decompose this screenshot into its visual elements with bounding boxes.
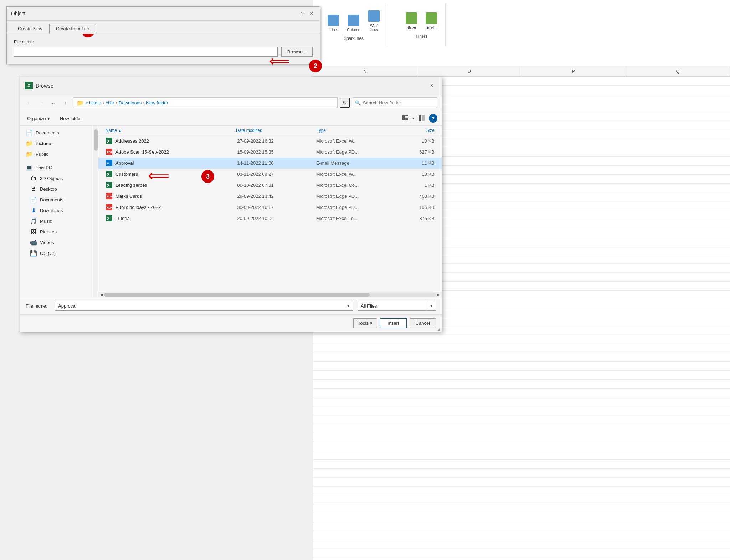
bottom-type-wrap: All Files ▾ [358,301,436,311]
tools-dropdown-icon: ▾ [370,320,372,326]
organize-button[interactable]: Organize ▾ [24,114,53,123]
tab-create-new[interactable]: Create New [11,24,49,34]
file-name-row: Browse... [14,47,313,57]
line-button[interactable]: Line [325,13,341,33]
file-name-text-approval: Approval [115,160,134,166]
col-header-name[interactable]: Name ▲ [103,126,233,135]
new-folder-button[interactable]: New folder [57,114,85,123]
sidebar-item-label-documents-2: Documents [40,197,63,202]
file-row-adobe[interactable]: PDF Adobe Scan 15-Sep-2022 15-09-2022 15… [98,147,442,158]
scroll-left-button[interactable]: ◀ [99,293,104,297]
nav-forward-button[interactable]: → [36,98,46,108]
sidebar-item-label-music: Music [40,219,52,224]
file-name-text-customers: Customers [115,171,138,177]
sidebar-item-music[interactable]: 🎵 Music [20,216,98,226]
tools-button[interactable]: Tools ▾ [353,318,377,328]
col-header-date[interactable]: Date modified [233,126,314,135]
file-name-input[interactable] [14,47,278,57]
svg-text:X: X [107,139,110,143]
approval-arrow: ⟸ [148,168,169,183]
pdf-icon-1: PDF [106,148,113,155]
help-button[interactable]: ? [298,10,306,17]
sidebar-item-pictures[interactable]: 📁 Pictures [20,138,98,149]
file-name-text-tutorial: Tutorial [115,216,131,221]
nav-path[interactable]: 📁 « Users › chitr › Downloads › New fold… [73,97,338,108]
resize-handle[interactable]: ◢ [437,327,442,332]
nav-up-button[interactable]: ↑ [61,98,71,108]
help-button-browse[interactable]: ? [429,114,437,123]
sidebar-item-label-this-pc: This PC [36,165,52,170]
col-p: P [521,66,626,76]
timeline-button[interactable]: Timel... [423,11,440,31]
sparklines-buttons: Line Column Win/Loss [325,9,382,33]
svg-rect-2 [402,118,405,120]
sidebar-item-public[interactable]: 📁 Public [20,149,98,159]
column-button[interactable]: Column [345,13,363,33]
winloss-button[interactable]: Win/Loss [366,9,382,33]
close-button[interactable]: × [308,10,315,17]
svg-rect-5 [419,115,421,121]
file-size-tutorial: 375 KB [395,216,435,221]
file-row-tutorial[interactable]: X Tutorial 20-09-2022 10:04 Microsoft Ex… [98,213,442,224]
sidebar-item-this-pc[interactable]: 💻 This PC [20,162,98,173]
sidebar-item-label-3d-objects: 3D Objects [40,176,63,181]
sidebar-item-3d-objects[interactable]: 🗂 3D Objects [20,173,98,184]
search-input[interactable] [363,100,434,106]
nav-path-part-1[interactable]: « Users [85,100,101,106]
svg-rect-1 [405,115,408,116]
file-type-addresses: Microsoft Excel W... [316,138,395,144]
view-list-button[interactable] [400,113,410,123]
file-row-marks-cards[interactable]: PDF Marks Cards 29-09-2022 13:42 Microso… [98,191,442,202]
file-row-public-holidays[interactable]: PDF Public holidays - 2022 30-08-2022 16… [98,202,442,213]
filters-label: Filters [416,34,427,39]
excel-icon: X [25,82,33,89]
view-dropdown-icon[interactable]: ▾ [412,116,415,121]
nav-path-part-3[interactable]: Downloads [119,100,142,106]
col-q: Q [626,66,730,76]
sidebar-item-desktop[interactable]: 🖥 Desktop [20,184,98,194]
insert-button[interactable]: Insert [380,318,407,328]
sidebar-item-label-desktop: Desktop [40,186,57,192]
nav-path-part-2[interactable]: chitr [106,100,114,106]
file-type-marks-cards: Microsoft Edge PD... [316,194,395,199]
sidebar-item-downloads[interactable]: ⬇ Downloads [20,205,98,216]
sidebar-item-label-downloads: Downloads [40,208,63,213]
line-icon [328,15,339,26]
sidebar-scrollbar[interactable] [93,126,98,297]
svg-rect-6 [422,115,425,121]
nav-path-sep-1: › [103,100,104,106]
nav-refresh-button[interactable]: ↻ [340,98,350,108]
file-type-leading-zeroes: Microsoft Excel Co... [316,183,395,188]
bottom-file-name-input[interactable] [55,301,353,311]
nav-down-button[interactable]: ⌄ [48,98,58,108]
file-row-addresses[interactable]: X Addresses 2022 27-09-2022 16:32 Micros… [98,135,442,147]
scroll-right-button[interactable]: ▶ [436,293,441,297]
sidebar-item-label-pictures-2: Pictures [40,229,57,235]
bottom-file-type-select[interactable]: All Files [358,301,436,311]
horizontal-scrollbar[interactable]: ◀ ▶ [98,292,442,297]
nav-path-part-4[interactable]: New folder [146,100,168,106]
file-date-addresses: 27-09-2022 16:32 [237,138,316,144]
cancel-button[interactable]: Cancel [410,318,436,328]
col-header-type[interactable]: Type [314,126,394,135]
col-header-size[interactable]: Size [394,126,437,135]
browse-close-button[interactable]: × [427,81,437,91]
sidebar-item-os-c[interactable]: 💾 OS (C:) [20,248,98,258]
tab-bar: Create New Create from File [7,21,320,34]
bottom-file-dropdown-button[interactable]: ▾ [343,301,353,311]
sidebar-item-documents-2[interactable]: 📄 Documents [20,194,98,205]
file-date-approval: 14-11-2022 11:00 [237,160,316,166]
file-size-marks-cards: 463 KB [395,194,435,199]
file-name-text-marks-cards: Marks Cards [115,194,142,199]
file-date-adobe: 15-09-2022 15:35 [237,149,316,155]
browse-dialog: X Browse × ← → ⌄ ↑ 📁 « Users › chitr › D… [20,77,442,332]
slicer-button[interactable]: Slicer [403,11,419,31]
tab-create-from-file[interactable]: Create from File [49,24,96,34]
sidebar-item-documents[interactable]: 📄 Documents [20,127,98,138]
sidebar-item-label-documents: Documents [36,130,59,135]
svg-text:PDF: PDF [107,195,112,198]
sidebar-item-videos[interactable]: 📹 Videos [20,237,98,248]
view-pane-button[interactable] [417,113,427,123]
sidebar-item-pictures-2[interactable]: 🖼 Pictures [20,226,98,237]
nav-back-button[interactable]: ← [24,98,34,108]
